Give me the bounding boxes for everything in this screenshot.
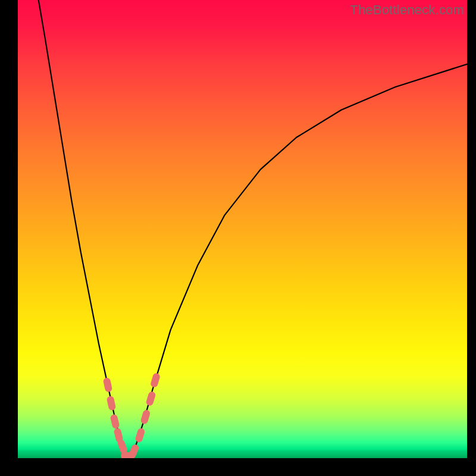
svg-rect-6 — [128, 443, 140, 458]
curve-marker — [103, 377, 113, 393]
svg-rect-0 — [103, 377, 113, 393]
curve-marker — [150, 372, 161, 388]
chart-frame — [18, 0, 467, 458]
svg-rect-1 — [107, 396, 117, 411]
bottleneck-curve-chart — [18, 0, 467, 458]
curve-marker — [140, 409, 151, 424]
svg-rect-8 — [140, 409, 151, 424]
svg-rect-9 — [145, 391, 156, 406]
svg-rect-7 — [134, 427, 145, 443]
curve-marker — [109, 414, 120, 429]
curve-marker — [134, 427, 145, 443]
svg-rect-10 — [150, 372, 161, 388]
bottleneck-curve — [39, 0, 467, 458]
curve-marker — [145, 391, 156, 406]
curve-marker — [107, 396, 117, 411]
curve-marker — [128, 443, 140, 458]
svg-rect-2 — [109, 414, 120, 429]
watermark-text: TheBottleneck.com — [350, 2, 464, 18]
